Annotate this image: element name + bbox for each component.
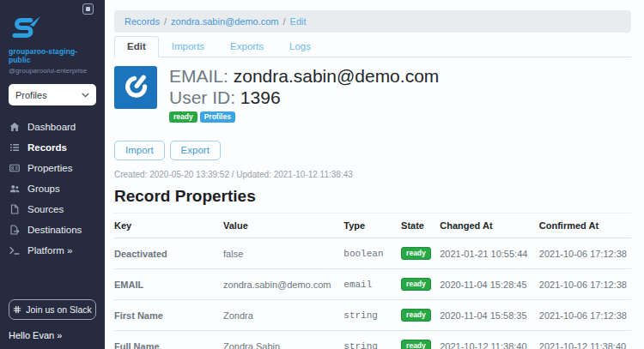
user-greeting-link[interactable]: Hello Evan » bbox=[9, 330, 96, 340]
cell-value: zondra.sabin@demo.com bbox=[223, 269, 343, 300]
cell-key: EMAIL bbox=[114, 269, 223, 300]
export-button[interactable]: Export bbox=[170, 141, 221, 160]
cell-type: boolean bbox=[343, 238, 401, 269]
chevron-down-icon bbox=[82, 93, 89, 98]
main-content: Records/zondra.sabin@demo.com/Edit EditI… bbox=[105, 0, 644, 349]
join-slack-label: Join us on Slack bbox=[26, 304, 91, 315]
tab-imports[interactable]: Imports bbox=[159, 36, 217, 57]
sidebar-item-label: Destinations bbox=[27, 225, 82, 235]
sidebar: grouparoo-staging-public @grouparoo/ui-e… bbox=[0, 0, 105, 349]
terminal-icon bbox=[9, 245, 21, 256]
badge-ready: ready bbox=[169, 111, 197, 123]
model-select-dropdown[interactable]: Profiles bbox=[9, 84, 96, 105]
sidebar-item-dashboard[interactable]: Dashboard bbox=[9, 117, 96, 137]
brand-subtitle: @grouparoo/ui-enterprise bbox=[9, 67, 96, 75]
model-select-value: Profiles bbox=[15, 90, 47, 100]
record-email-label: EMAIL: bbox=[169, 66, 228, 86]
cell-state: ready bbox=[401, 300, 440, 331]
breadcrumb-separator: / bbox=[164, 16, 167, 27]
cell-type: string bbox=[343, 331, 401, 349]
breadcrumb-link-zondra-sabin-demo-com[interactable]: zondra.sabin@demo.com bbox=[171, 16, 279, 27]
tab-logs[interactable]: Logs bbox=[276, 36, 324, 57]
cell-confirmed-at: 2021-10-06 17:12:38 bbox=[539, 269, 631, 300]
id-card-icon bbox=[9, 163, 21, 173]
record-properties-table: KeyValueTypeStateChanged AtConfirmed At … bbox=[114, 213, 631, 349]
import-button[interactable]: Import bbox=[114, 141, 165, 160]
cell-value: Zondra Sabin bbox=[223, 331, 343, 349]
state-badge: ready bbox=[401, 278, 431, 291]
record-actions: ImportExport bbox=[114, 141, 631, 160]
sidebar-item-label: Records bbox=[27, 142, 67, 153]
cell-type: email bbox=[343, 269, 401, 300]
sidebar-item-label: Dashboard bbox=[27, 122, 76, 132]
page-title: Record Properties bbox=[114, 187, 631, 206]
slack-icon bbox=[13, 305, 21, 314]
table-body: Deactivatedfalsebooleanready2021-01-21 1… bbox=[114, 238, 631, 349]
record-email-line: EMAIL: zondra.sabin@demo.com bbox=[169, 66, 439, 87]
breadcrumb-link-records[interactable]: Records bbox=[125, 16, 160, 27]
record-badges: readyProfiles bbox=[169, 111, 439, 123]
file-icon bbox=[9, 204, 21, 214]
cell-key: Full Name bbox=[114, 331, 223, 349]
sidebar-item-records[interactable]: Records bbox=[9, 137, 96, 158]
breadcrumb-link-edit[interactable]: Edit bbox=[290, 16, 307, 27]
breadcrumb-separator: / bbox=[283, 16, 286, 27]
column-header-state: State bbox=[401, 214, 440, 238]
sidebar-item-groups[interactable]: Groups bbox=[9, 178, 96, 199]
table-row-full-name: Full NameZondra Sabinstringready2021-10-… bbox=[114, 331, 631, 349]
sidebar-item-label: Platform » bbox=[27, 245, 72, 256]
sidebar-item-label: Sources bbox=[27, 204, 64, 214]
state-badge: ready bbox=[401, 247, 431, 260]
badge-profiles: Profiles bbox=[200, 111, 235, 123]
cell-key: Deactivated bbox=[114, 238, 223, 269]
sidebar-nav: DashboardRecordsPropertiesGroupsSourcesD… bbox=[9, 117, 96, 261]
cell-changed-at: 2020-11-04 15:28:45 bbox=[440, 269, 539, 300]
record-id-label: User ID: bbox=[169, 87, 235, 107]
power-icon bbox=[114, 66, 157, 109]
table-row-deactivated: Deactivatedfalsebooleanready2021-01-21 1… bbox=[114, 238, 631, 269]
record-id-line: User ID: 1396 bbox=[169, 87, 439, 109]
column-header-value: Value bbox=[223, 214, 343, 238]
cell-changed-at: 2021-01-21 10:55:44 bbox=[440, 238, 539, 269]
cell-key: First Name bbox=[114, 300, 223, 331]
sidebar-item-label: Groups bbox=[27, 184, 60, 194]
home-icon bbox=[9, 122, 21, 132]
list-icon bbox=[9, 142, 21, 153]
grouparoo-logo-icon bbox=[9, 15, 44, 39]
record-titles: EMAIL: zondra.sabin@demo.com User ID: 13… bbox=[169, 66, 439, 123]
column-header-key: Key bbox=[114, 214, 223, 238]
record-id-value: 1396 bbox=[240, 87, 281, 107]
record-header: EMAIL: zondra.sabin@demo.com User ID: 13… bbox=[114, 66, 631, 123]
state-badge: ready bbox=[401, 309, 431, 322]
tab-edit[interactable]: Edit bbox=[114, 36, 159, 57]
table-header-row: KeyValueTypeStateChanged AtConfirmed At bbox=[114, 214, 631, 238]
sidebar-item-destinations[interactable]: Destinations bbox=[9, 220, 96, 240]
cell-type: string bbox=[343, 300, 401, 331]
cell-state: ready bbox=[401, 269, 440, 300]
sidebar-item-label: Properties bbox=[27, 163, 72, 173]
file-export-icon bbox=[9, 225, 21, 235]
tab-exports[interactable]: Exports bbox=[217, 36, 276, 57]
cell-value: Zondra bbox=[223, 300, 343, 331]
sidebar-bottom: Join us on Slack Hello Evan » bbox=[9, 299, 96, 342]
collapse-icon bbox=[86, 7, 90, 11]
brand-title: grouparoo-staging-public bbox=[9, 47, 96, 64]
cell-confirmed-at: 2021-10-06 17:12:38 bbox=[539, 238, 631, 269]
column-header-type: Type bbox=[343, 214, 401, 238]
record-email-value: zondra.sabin@demo.com bbox=[234, 66, 440, 86]
cell-confirmed-at: 2021-10-12 11:38:40 bbox=[539, 331, 631, 349]
table-row-first-name: First NameZondrastringready2020-11-04 15… bbox=[114, 300, 631, 331]
cell-state: ready bbox=[401, 238, 440, 269]
join-slack-button[interactable]: Join us on Slack bbox=[9, 299, 96, 320]
breadcrumb: Records/zondra.sabin@demo.com/Edit bbox=[114, 10, 631, 33]
users-icon bbox=[9, 184, 21, 194]
sidebar-item-sources[interactable]: Sources bbox=[9, 199, 96, 220]
cell-value: false bbox=[223, 238, 343, 269]
sidebar-item-platform[interactable]: Platform » bbox=[9, 240, 96, 261]
table-row-email: EMAILzondra.sabin@demo.comemailready2020… bbox=[114, 269, 631, 300]
cell-changed-at: 2021-10-12 11:38:40 bbox=[440, 331, 539, 349]
sidebar-item-properties[interactable]: Properties bbox=[9, 158, 96, 178]
sidebar-collapse-button[interactable] bbox=[82, 3, 94, 15]
record-meta: Created: 2020-05-20 13:39:52 / Updated: … bbox=[114, 170, 631, 179]
cell-changed-at: 2020-11-04 15:58:35 bbox=[440, 300, 539, 331]
